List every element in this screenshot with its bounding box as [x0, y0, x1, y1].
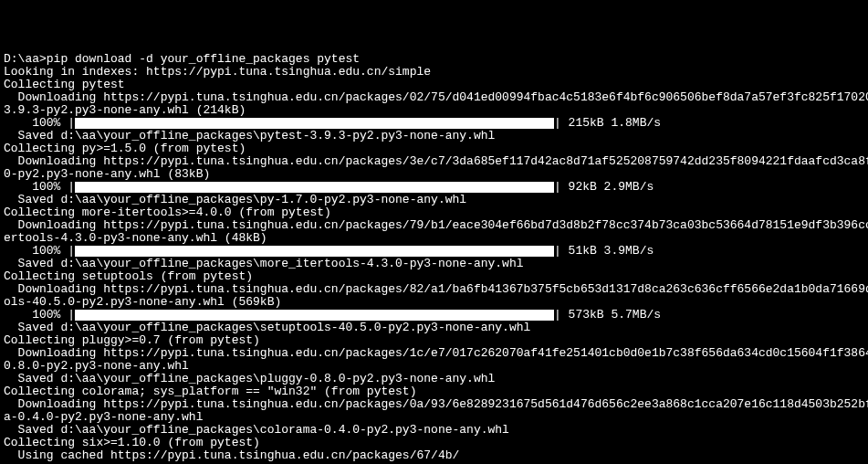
downloading-line-cont: ols-40.5.0-py2.py3-none-any.whl (569kB): [4, 296, 864, 309]
downloading-line-cont: 0.8.0-py2.py3-none-any.whl: [4, 360, 864, 373]
terminal-output: D:\aa>pip download -d your_offline_packa…: [4, 53, 864, 462]
progress-stats: | 573kB 5.7MB/s: [554, 309, 661, 322]
saved-line: Saved d:\aa\your_offline_packages\more_i…: [4, 258, 864, 270]
saved-line: Saved d:\aa\your_offline_packages\pytest…: [4, 130, 864, 142]
downloading-line: Downloading https://pypi.tuna.tsinghua.e…: [4, 283, 864, 296]
collecting-line: Collecting six>=1.10.0 (from pytest): [4, 437, 864, 449]
collecting-line: Collecting more-itertools>=4.0.0 (from p…: [4, 206, 864, 219]
saved-line: Saved d:\aa\your_offline_packages\py-1.7…: [4, 194, 864, 206]
saved-line: Saved d:\aa\your_offline_packages\setupt…: [4, 322, 864, 334]
progress-line: 100% || 51kB 3.9MB/s: [4, 245, 864, 258]
progress-bar: [75, 182, 554, 193]
downloading-line-cont: 0-py2.py3-none-any.whl (83kB): [4, 168, 864, 181]
progress-percent: 100% |: [4, 117, 75, 130]
progress-percent: 100% |: [4, 309, 75, 322]
progress-stats: | 92kB 2.9MB/s: [554, 181, 654, 194]
downloading-line-cont: a-0.4.0-py2.py3-none-any.whl: [4, 411, 864, 424]
downloading-line: Downloading https://pypi.tuna.tsinghua.e…: [4, 219, 864, 232]
progress-percent: 100% |: [4, 245, 75, 258]
progress-stats: | 51kB 3.9MB/s: [554, 245, 654, 258]
collecting-line: Collecting setuptools (from pytest): [4, 270, 864, 283]
progress-line: 100% || 215kB 1.8MB/s: [4, 117, 864, 130]
progress-bar: [75, 246, 554, 257]
index-line: Looking in indexes: https://pypi.tuna.ts…: [4, 66, 864, 79]
progress-bar: [75, 310, 554, 321]
saved-line: Saved d:\aa\your_offline_packages\pluggy…: [4, 373, 864, 385]
downloading-line: Downloading https://pypi.tuna.tsinghua.e…: [4, 155, 864, 168]
downloading-line: Downloading https://pypi.tuna.tsinghua.e…: [4, 347, 864, 360]
downloading-line-cont: ertools-4.3.0-py3-none-any.whl (48kB): [4, 232, 864, 245]
downloading-line: Downloading https://pypi.tuna.tsinghua.e…: [4, 398, 864, 411]
partial-line: Using cached https://pypi.tuna.tsinghua.…: [4, 449, 864, 462]
collecting-line: Collecting pytest: [4, 79, 864, 91]
progress-bar: [75, 118, 554, 129]
downloading-line-cont: 3.9.3-py2.py3-none-any.whl (214kB): [4, 104, 864, 117]
collecting-line: Collecting py>=1.5.0 (from pytest): [4, 142, 864, 155]
collecting-line: Collecting pluggy>=0.7 (from pytest): [4, 334, 864, 347]
progress-stats: | 215kB 1.8MB/s: [554, 117, 661, 130]
progress-line: 100% || 92kB 2.9MB/s: [4, 181, 864, 194]
command-prompt: D:\aa>pip download -d your_offline_packa…: [4, 53, 864, 66]
downloading-line: Downloading https://pypi.tuna.tsinghua.e…: [4, 91, 864, 104]
progress-line: 100% || 573kB 5.7MB/s: [4, 309, 864, 322]
saved-line: Saved d:\aa\your_offline_packages\colora…: [4, 424, 864, 437]
collecting-line: Collecting colorama; sys_platform == "wi…: [4, 385, 864, 398]
progress-percent: 100% |: [4, 181, 75, 194]
